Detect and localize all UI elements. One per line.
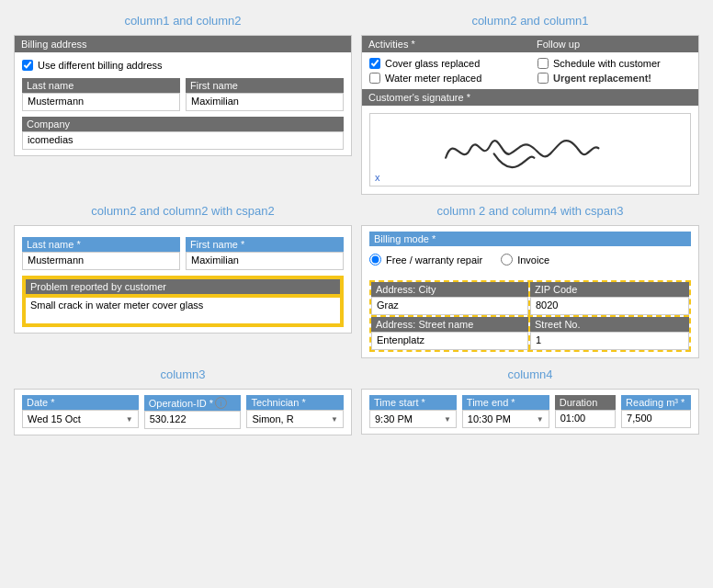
billing-address-panel: Billing address Use different billing ad… — [14, 35, 352, 156]
schedule-row: Schedule with customer — [538, 56, 691, 71]
problem-label: Problem reported by customer — [24, 277, 342, 296]
schedule-checkbox[interactable] — [538, 58, 549, 69]
section-column4: column4 Time start * 9:30 PM ▼ Time end … — [361, 368, 699, 435]
reading-input[interactable]: 7,500 — [621, 410, 691, 428]
time-start-input[interactable]: 9:30 PM ▼ — [369, 410, 457, 428]
section5-title: column3 — [14, 368, 352, 381]
invoice-radio[interactable] — [501, 254, 513, 266]
date-value: Wed 15 Oct — [28, 413, 81, 424]
col3-grid: Date * Wed 15 Oct ▼ Operation-ID * i — [22, 395, 344, 429]
date-dropdown-arrow: ▼ — [126, 415, 133, 424]
reading-label: Reading m³ * — [621, 395, 691, 410]
schedule-label: Schedule with customer — [553, 58, 661, 69]
last-name-input[interactable]: Mustermann — [22, 93, 180, 111]
cover-glass-label: Cover glass replaced — [385, 58, 480, 69]
time-start-group: Time start * 9:30 PM ▼ — [369, 395, 457, 428]
activities-header: Activities * — [362, 36, 530, 52]
urgent-label: Urgent replacement! — [553, 73, 651, 84]
duration-input[interactable]: 01:00 — [555, 410, 616, 428]
activities-panel: Activities * Cover glass replaced Water … — [361, 35, 699, 195]
address-top-row: Address: City Graz ZIP Code 8020 — [371, 282, 689, 317]
date-label: Date * — [22, 395, 139, 410]
city-input[interactable]: Graz — [371, 297, 528, 315]
section3-first-name-label: First name * — [186, 237, 344, 252]
section5-panel: Date * Wed 15 Oct ▼ Operation-ID * i — [14, 389, 352, 435]
time-end-value: 10:30 PM — [468, 413, 511, 424]
section-cspan3: column 2 and column4 with cspan3 Billing… — [361, 204, 699, 358]
section-column1-column2: column1 and column2 Billing address Use … — [14, 14, 352, 195]
use-different-billing-checkbox[interactable] — [22, 60, 33, 71]
section1-title: column1 and column2 — [14, 14, 352, 28]
time-end-input[interactable]: 10:30 PM ▼ — [462, 410, 549, 428]
signature-svg — [415, 118, 645, 182]
section6-title: column4 — [361, 368, 699, 381]
technician-input[interactable]: Simon, R ▼ — [246, 410, 344, 428]
info-icon: i — [215, 397, 227, 409]
date-input[interactable]: Wed 15 Oct ▼ — [22, 410, 139, 428]
section3-last-name-input[interactable]: Mustermann — [22, 252, 180, 270]
operation-id-group: Operation-ID * i 530.122 — [144, 395, 242, 429]
urgent-checkbox[interactable] — [538, 73, 549, 84]
street-name-input[interactable]: Entenplatz — [371, 332, 528, 350]
time-start-value: 9:30 PM — [375, 413, 413, 424]
operation-id-input[interactable]: 530.122 — [144, 411, 242, 429]
operation-id-label: Operation-ID * — [149, 398, 213, 409]
zip-input[interactable]: 8020 — [530, 297, 689, 315]
company-row: Company icomedias — [22, 117, 344, 150]
time-end-group: Time end * 10:30 PM ▼ — [462, 395, 549, 428]
last-name-label: Last name — [22, 78, 180, 93]
last-name-group: Last name Mustermann — [22, 78, 180, 111]
water-meter-label: Water meter replaced — [385, 73, 481, 84]
street-no-label: Street No. — [530, 317, 689, 332]
street-name-group: Address: Street name Entenplatz — [371, 317, 530, 350]
zip-label: ZIP Code — [530, 282, 689, 297]
company-label: Company — [22, 117, 344, 131]
free-warranty-radio[interactable] — [369, 254, 381, 266]
street-no-input[interactable]: 1 — [530, 332, 689, 350]
date-group: Date * Wed 15 Oct ▼ — [22, 395, 139, 429]
use-different-billing-label: Use different billing address — [38, 60, 163, 71]
section-cspan2: column2 and column2 with cspan2 Last nam… — [14, 204, 352, 358]
time-end-arrow: ▼ — [537, 415, 544, 424]
section4-panel: Billing mode * Free / warranty repair In… — [361, 225, 699, 358]
signature-header: Customer's signature * — [362, 89, 698, 106]
bottom-sections: column3 Date * Wed 15 Oct ▼ — [14, 368, 699, 435]
company-input[interactable]: icomedias — [22, 131, 344, 150]
section3-last-name-group: Last name * Mustermann — [22, 237, 180, 270]
first-name-group: First name Maximilian — [186, 78, 344, 111]
problem-input[interactable]: Small crack in water meter cover glass — [24, 296, 342, 325]
water-meter-checkbox[interactable] — [369, 73, 380, 84]
address-grid: Address: City Graz ZIP Code 8020 Address… — [369, 280, 691, 352]
cover-glass-checkbox[interactable] — [369, 58, 380, 69]
water-meter-row: Water meter replaced — [369, 71, 523, 85]
technician-value: Simon, R — [252, 413, 293, 424]
section3-panel: Last name * Mustermann First name * Maxi… — [14, 225, 352, 334]
time-start-label: Time start * — [369, 395, 457, 410]
technician-label: Technician * — [246, 395, 344, 410]
section-column3: column3 Date * Wed 15 Oct ▼ — [14, 368, 352, 435]
address-bottom-row: Address: Street name Entenplatz Street N… — [371, 317, 689, 350]
zip-group: ZIP Code 8020 — [530, 282, 689, 315]
operation-id-label-row: Operation-ID * i — [144, 395, 242, 411]
invoice-label: Invoice — [517, 254, 549, 266]
section3-first-name-group: First name * Maximilian — [186, 237, 344, 270]
time-start-arrow: ▼ — [444, 415, 451, 424]
billing-mode-options: Free / warranty repair Invoice — [369, 246, 691, 273]
billing-address-header: Billing address — [15, 36, 351, 52]
problem-border: Problem reported by customer Small crack… — [22, 276, 344, 327]
free-warranty-row: Free / warranty repair — [369, 251, 482, 268]
billing-mode-label: Billing mode * — [369, 232, 691, 246]
time-end-label: Time end * — [462, 395, 549, 410]
x-mark: x — [375, 172, 380, 183]
follow-up-header: Follow up — [530, 36, 698, 52]
section2-title: column2 and column1 — [361, 14, 699, 28]
section6-panel: Time start * 9:30 PM ▼ Time end * 10:30 … — [361, 389, 699, 435]
signature-box[interactable]: x — [369, 113, 691, 187]
duration-group: Duration 01:00 — [555, 395, 616, 428]
reading-group: Reading m³ * 7,500 — [621, 395, 691, 428]
section4-title: column 2 and column4 with cspan3 — [361, 204, 699, 218]
first-name-input[interactable]: Maximilian — [186, 93, 344, 111]
col4-grid: Time start * 9:30 PM ▼ Time end * 10:30 … — [369, 395, 691, 428]
section3-first-name-input[interactable]: Maximilian — [186, 252, 344, 270]
street-name-label: Address: Street name — [371, 317, 528, 332]
